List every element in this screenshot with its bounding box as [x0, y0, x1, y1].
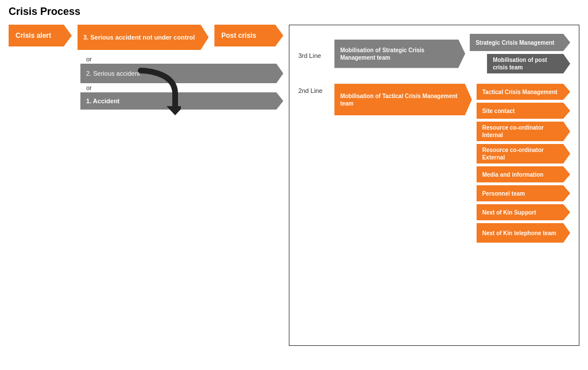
site-contact-arrow: Site contact — [477, 103, 570, 119]
curved-arrow — [135, 65, 181, 116]
strategic-col: Strategic Crisis Management Mobilisation… — [470, 34, 570, 73]
serious-accident-arrow: 3. Serious accident not under control — [78, 25, 208, 50]
second-line-label: 2nd Line — [298, 84, 330, 94]
right-panel: 3rd Line Mobilisation of Strategic Crisi… — [289, 25, 579, 346]
resource-internal-arrow: Resource co-ordinator Internal — [477, 122, 570, 141]
next-of-kin-tel-arrow: Next of Kin telephone team — [477, 223, 570, 243]
third-line-row: 3rd Line Mobilisation of Strategic Crisi… — [298, 34, 570, 73]
media-info-arrow: Media and information — [477, 166, 570, 182]
crisis-alert-arrow: Crisis alert — [9, 25, 72, 46]
mobilisation-tactical-arrow: Mobilisation of Tactical Crisis Manageme… — [334, 84, 471, 115]
flow-container: Crisis alert 3. Serious accident not und… — [9, 25, 579, 346]
or-text-1: or — [86, 56, 283, 63]
tactical-right-stack: Tactical Crisis Management Site contact … — [477, 84, 570, 243]
serious-accident-2-arrow: 2. Serious accident — [80, 64, 283, 83]
mobilisation-strategic-arrow: Mobilisation of Strategic Crisis Managem… — [334, 40, 465, 68]
mobilisation-post-arrow: Mobilisation of post crisis team — [487, 54, 570, 73]
svg-marker-0 — [167, 106, 181, 115]
strategic-crisis-mgmt-arrow: Strategic Crisis Management — [470, 34, 570, 51]
resource-external-arrow: Resource co-ordinator External — [477, 144, 570, 163]
post-crisis-arrow: Post crisis — [214, 25, 283, 46]
or-text-2: or — [86, 84, 283, 91]
next-of-kin-arrow: Next of Kin Support — [477, 204, 570, 220]
tactical-crisis-mgmt-arrow: Tactical Crisis Management — [477, 84, 570, 100]
second-line-row: 2nd Line Mobilisation of Tactical Crisis… — [298, 84, 570, 243]
accident-arrow: 1. Accident — [80, 92, 283, 110]
third-line-label: 3rd Line — [298, 49, 330, 59]
left-section: Crisis alert 3. Serious accident not und… — [9, 25, 283, 116]
page-title: Crisis Process — [9, 6, 579, 18]
personnel-arrow: Personnel team — [477, 185, 570, 201]
